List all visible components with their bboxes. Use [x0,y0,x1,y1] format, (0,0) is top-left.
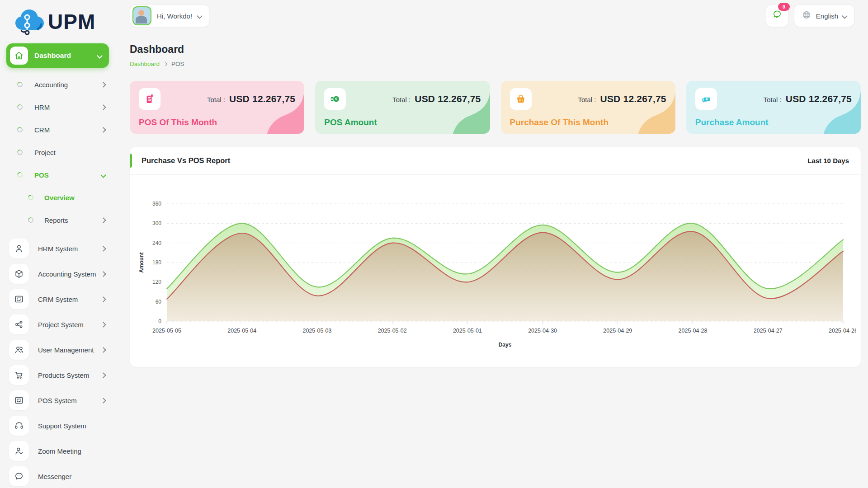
chevron-right-icon [100,104,106,110]
page-title: Dashboard [130,43,184,56]
card-icon [9,390,29,410]
svg-text:60: 60 [156,299,162,305]
chevron-right-icon [100,217,106,223]
stat-card-purchase-of-this-month: Total : USD 12.267,75 Purchase Of This M… [501,81,675,134]
card-amount: USD 12.267,75 [415,94,481,104]
card-title: Purchase Of This Month [510,117,609,127]
sidebar-item-label: Dashboard [34,52,91,60]
sidebar-dashboard-submenu: Accounting HRM CRM Project POS Overview [0,73,115,231]
sidebar-item-hrm[interactable]: HRM [0,96,115,118]
sidebar-item-label: Accounting [34,81,101,89]
card-title: POS Amount [324,117,377,127]
coins-icon: $ [324,88,346,110]
purchase-vs-pos-chart: 0601201802403003602025-05-052025-05-0420… [134,178,856,359]
chevron-right-icon [100,246,106,252]
svg-text:2025-05-03: 2025-05-03 [302,328,331,334]
svg-text:2025-04-30: 2025-04-30 [528,328,557,334]
share-icon [9,314,29,334]
svg-text:$: $ [335,97,337,101]
svg-text:2025-05-05: 2025-05-05 [152,328,181,334]
stat-cards-row: Total : USD 12.267,75 POS Of This Month … [130,81,861,134]
chevron-down-icon [842,13,848,19]
headset-icon [9,416,29,436]
user-check-icon [9,441,29,461]
sidebar-item-pos-overview[interactable]: Overview [0,186,115,209]
sidebar-item-label: Overview [44,194,105,202]
package-icon [9,264,29,284]
sidebar-item-label: Project [34,149,105,156]
home-icon [10,47,28,65]
sidebar-item-crm-system[interactable]: CRM System [0,286,115,312]
user-greeting: Hi, Workdo! [157,12,192,20]
chevron-right-icon [100,372,106,378]
sidebar-item-user-management[interactable]: User Management [0,337,115,362]
card-amount: USD 12.267,75 [600,94,666,104]
svg-text:2025-04-26: 2025-04-26 [829,328,856,334]
svg-text:300: 300 [152,220,161,226]
message-notification-icon [772,9,783,22]
sidebar-item-label: Support System [38,422,105,430]
svg-text:2025-05-04: 2025-05-04 [227,328,256,334]
card-total-label: Total : [578,96,596,103]
svg-text:240: 240 [152,240,161,246]
sidebar-item-project[interactable]: Project [0,141,115,164]
sidebar-item-label: HRM System [38,245,101,253]
breadcrumb-link-dashboard[interactable]: Dashboard [130,61,160,67]
users-icon [9,340,29,360]
sidebar-item-label: Project System [38,321,101,328]
svg-text:0: 0 [158,318,161,324]
sidebar-item-dashboard[interactable]: Dashboard [6,43,109,68]
sidebar-item-zoom-meeting[interactable]: Zoom Meeting [0,438,115,464]
sidebar-item-crm[interactable]: CRM [0,118,115,141]
sidebar-item-accounting[interactable]: Accounting [0,73,115,96]
bullet-icon [27,194,34,201]
stat-card-pos-of-this-month: Total : USD 12.267,75 POS Of This Month [130,81,304,134]
sidebar-item-products-system[interactable]: Products System [0,362,115,388]
sidebar-item-pos[interactable]: POS [0,164,115,186]
notification-badge: 0 [778,3,790,11]
svg-text:Days: Days [499,342,512,348]
cart-icon [9,365,29,385]
svg-text:180: 180 [152,259,161,266]
cloud-logo-icon [14,6,46,37]
topbar: Hi, Workdo! 0 English [130,5,854,26]
sidebar-item-label: HRM [34,103,101,111]
svg-text:2025-04-28: 2025-04-28 [679,328,708,334]
sidebar-item-label: POS System [38,397,101,404]
card-total-label: Total : [392,96,410,103]
sidebar-item-project-system[interactable]: Project System [0,312,115,337]
stat-card-pos-amount: $ Total : USD 12.267,75 POS Amount [315,81,490,134]
svg-text:2025-04-29: 2025-04-29 [603,328,632,334]
sidebar-item-hrm-system[interactable]: HRM System [0,236,115,261]
svg-text:120: 120 [152,279,161,285]
user-menu-button[interactable]: Hi, Workdo! [130,5,209,27]
sidebar-item-pos-reports[interactable]: Reports [0,209,115,231]
user-icon [9,239,29,258]
chevron-right-icon [100,398,106,404]
card-icon [9,289,29,309]
chat-icon [9,466,29,486]
sidebar-item-label: Zoom Meeting [38,447,105,455]
chevron-down-icon [197,13,203,19]
language-label: English [816,12,838,20]
pos-terminal-icon [139,88,160,110]
money-icon [695,88,717,110]
brand-logo[interactable]: UPM [0,0,115,40]
bullet-icon [16,103,24,111]
chevron-down-icon [97,53,103,59]
globe-icon [802,10,811,22]
breadcrumb-current: POS [171,61,184,67]
sidebar: UPM Dashboard Accounting HRM CRM Pro [0,0,115,488]
svg-text:2025-05-01: 2025-05-01 [453,328,482,334]
sidebar-item-accounting-system[interactable]: Accounting System [0,261,115,286]
sidebar-item-pos-system[interactable]: POS System [0,388,115,413]
language-selector[interactable]: English [794,5,854,27]
stat-card-purchase-amount: Total : USD 12.267,75 Purchase Amount [686,81,861,134]
basket-icon [510,88,532,110]
chevron-right-icon [100,271,106,277]
bullet-icon [16,149,24,156]
report-header: Purchase Vs POS Report Last 10 Days [130,147,861,175]
notifications-button[interactable]: 0 [766,5,788,27]
sidebar-item-support-system[interactable]: Support System [0,413,115,438]
sidebar-item-messenger[interactable]: Messenger [0,464,115,488]
